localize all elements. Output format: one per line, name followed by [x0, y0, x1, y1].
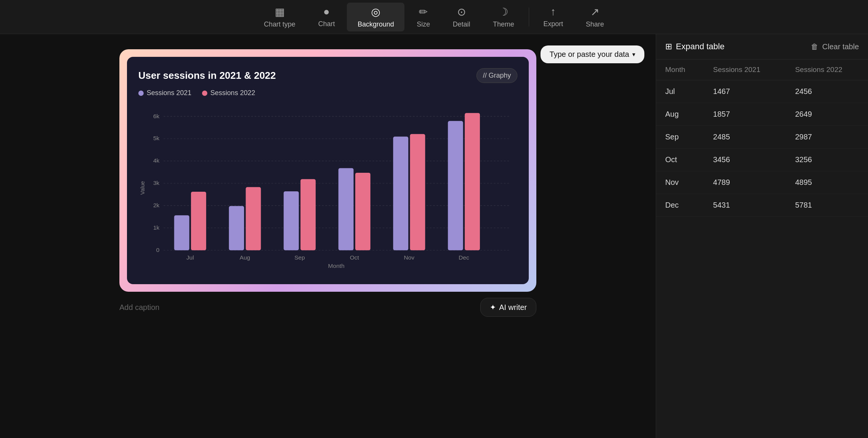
clear-table-button[interactable]: 🗑 Clear table [811, 42, 859, 51]
table-row: Jul 1467 2456 [656, 80, 868, 103]
bar-jul-2021 [174, 215, 189, 250]
bar-aug-2021 [229, 206, 244, 250]
bar-chart-svg: 6k 5k 4k 3k 2k 1k 0 Value [138, 103, 517, 273]
table-row: Oct 3456 3256 [656, 149, 868, 171]
chart-area: Type or paste your data ▾ User sessions … [0, 34, 656, 438]
svg-text:Month: Month [328, 263, 345, 269]
bar-dec-2021 [448, 121, 463, 250]
caption-placeholder[interactable]: Add caption [119, 303, 160, 312]
bar-oct-2022 [355, 173, 370, 250]
legend-dot-purple [138, 91, 144, 96]
expand-table-icon: ⊞ [665, 42, 672, 52]
svg-text:1k: 1k [153, 224, 160, 231]
cell-s2022: 3256 [786, 149, 868, 171]
type-paste-label: Type or paste your data [550, 50, 629, 59]
toolbar-item-size[interactable]: ✏ Size [406, 3, 440, 31]
svg-text:Dec: Dec [459, 254, 469, 261]
bar-jul-2022 [191, 192, 206, 250]
svg-text:4k: 4k [153, 157, 160, 164]
svg-text:Aug: Aug [240, 254, 250, 261]
cell-month: Sep [656, 126, 704, 149]
toolbar: ▦ Chart type ● Chart ◎ Background ✏ Size… [0, 0, 868, 34]
background-label: Background [357, 20, 394, 28]
chart-header: User sessions in 2021 & 2022 // Graphy [138, 68, 517, 83]
main-content: Type or paste your data ▾ User sessions … [0, 34, 868, 438]
detail-label: Detail [453, 20, 470, 28]
legend-label-2022: Sessions 2022 [210, 89, 255, 97]
cell-s2021: 1467 [704, 80, 786, 103]
expand-table-label: Expand table [676, 42, 724, 52]
cell-s2022: 2456 [786, 80, 868, 103]
chart-label: Chart [318, 20, 335, 28]
cell-month: Dec [656, 194, 704, 217]
chart-legend: Sessions 2021 Sessions 2022 [138, 89, 517, 97]
detail-icon: ⊙ [457, 6, 466, 18]
toolbar-item-detail[interactable]: ⊙ Detail [442, 3, 481, 31]
toolbar-divider [529, 8, 529, 27]
toolbar-item-share[interactable]: ↗ Share [575, 3, 615, 31]
legend-item-2021: Sessions 2021 [138, 89, 191, 97]
chart-icon: ● [323, 6, 330, 18]
bar-aug-2022 [246, 187, 261, 250]
svg-text:Sep: Sep [295, 254, 305, 261]
svg-text:2k: 2k [153, 202, 160, 208]
bar-oct-2021 [338, 168, 354, 250]
ai-icon: ✦ [490, 303, 496, 312]
cell-month: Jul [656, 80, 704, 103]
chart-type-label: Chart type [264, 20, 295, 28]
gradient-card: User sessions in 2021 & 2022 // Graphy S… [119, 49, 536, 292]
panel-header: ⊞ Expand table 🗑 Clear table [656, 34, 868, 59]
bar-sep-2021 [284, 191, 299, 250]
legend-item-2022: Sessions 2022 [202, 89, 255, 97]
cell-s2022: 4895 [786, 171, 868, 194]
col-header-month: Month [656, 59, 704, 80]
cell-s2021: 5431 [704, 194, 786, 217]
trash-icon: 🗑 [811, 42, 818, 51]
table-row: Sep 2485 2987 [656, 126, 868, 149]
legend-label-2021: Sessions 2021 [147, 89, 191, 97]
cell-month: Nov [656, 171, 704, 194]
svg-text:3k: 3k [153, 180, 160, 186]
inner-chart: User sessions in 2021 & 2022 // Graphy S… [127, 57, 529, 284]
expand-table-button[interactable]: ⊞ Expand table [665, 42, 724, 52]
toolbar-item-export[interactable]: ↑ Export [533, 3, 574, 31]
size-label: Size [417, 20, 430, 28]
size-icon: ✏ [419, 6, 428, 18]
toolbar-item-chart-type[interactable]: ▦ Chart type [253, 3, 306, 31]
theme-icon: ☽ [499, 6, 508, 18]
toolbar-item-background[interactable]: ◎ Background [347, 3, 404, 31]
background-icon: ◎ [371, 6, 380, 18]
svg-text:0: 0 [156, 247, 160, 253]
type-paste-button[interactable]: Type or paste your data ▾ [541, 45, 644, 63]
cell-s2022: 2987 [786, 126, 868, 149]
export-label: Export [544, 20, 563, 28]
cell-s2021: 2485 [704, 126, 786, 149]
legend-dot-pink [202, 91, 207, 96]
chart-svg-container: 6k 5k 4k 3k 2k 1k 0 Value [138, 103, 517, 273]
chevron-down-icon: ▾ [632, 51, 635, 58]
toolbar-item-theme[interactable]: ☽ Theme [483, 3, 525, 31]
col-header-sessions-2021: Sessions 2021 [704, 59, 786, 80]
svg-text:Nov: Nov [404, 254, 415, 261]
table-row: Nov 4789 4895 [656, 171, 868, 194]
chart-type-icon: ▦ [275, 6, 285, 18]
svg-text:6k: 6k [153, 113, 160, 119]
export-icon: ↑ [551, 6, 556, 18]
share-label: Share [586, 20, 604, 28]
bar-nov-2021 [393, 136, 408, 250]
theme-label: Theme [493, 20, 514, 28]
graphy-logo: // Graphy [476, 68, 517, 83]
ai-writer-label: AI writer [499, 303, 527, 312]
right-panel: ⊞ Expand table 🗑 Clear table Month Sessi… [656, 34, 868, 438]
ai-writer-button[interactable]: ✦ AI writer [480, 298, 536, 317]
cell-s2021: 1857 [704, 103, 786, 126]
chart-title: User sessions in 2021 & 2022 [138, 70, 276, 81]
toolbar-item-chart[interactable]: ● Chart [307, 3, 345, 31]
bar-sep-2022 [301, 179, 316, 250]
svg-text:5k: 5k [153, 135, 160, 141]
clear-table-label: Clear table [822, 42, 859, 51]
bar-nov-2022 [410, 134, 425, 250]
cell-s2021: 3456 [704, 149, 786, 171]
svg-text:Value: Value [139, 181, 146, 195]
cell-s2022: 2649 [786, 103, 868, 126]
